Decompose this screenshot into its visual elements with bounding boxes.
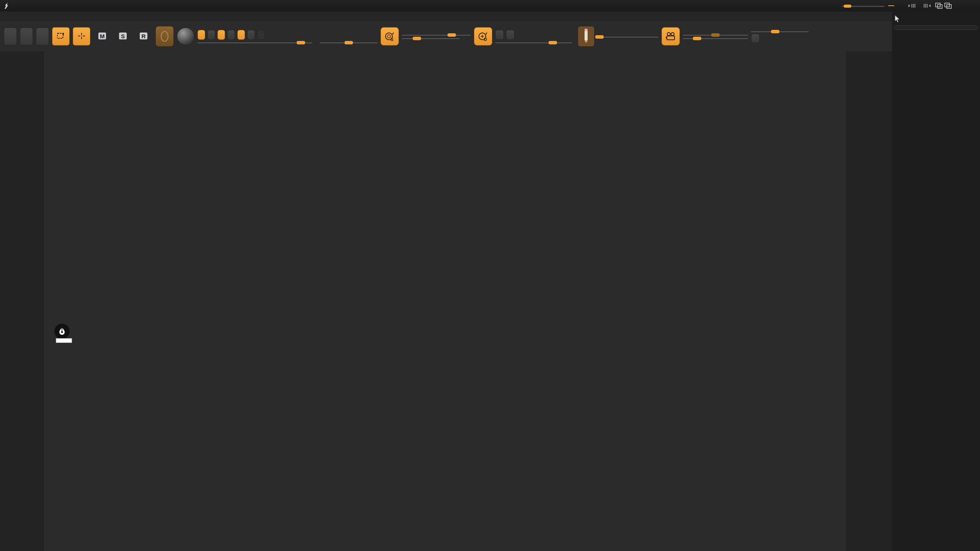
- tool-palette: [892, 11, 980, 551]
- left-tray: [0, 51, 44, 551]
- edit-button[interactable]: [52, 27, 70, 46]
- a-button[interactable]: [198, 30, 205, 40]
- draw-size-slider[interactable]: [402, 37, 459, 39]
- canvas-area[interactable]: [44, 51, 846, 515]
- quicksave-button[interactable]: [832, 5, 838, 6]
- material-preview-sphere[interactable]: [177, 28, 194, 45]
- scale-button[interactable]: S: [114, 27, 132, 46]
- z-intensity-slider[interactable]: [320, 41, 377, 43]
- movie-camera-icon: [665, 31, 676, 41]
- menu-bar: [0, 11, 892, 21]
- draw-button[interactable]: [73, 27, 90, 46]
- angle-of-view-slider[interactable]: [683, 34, 748, 36]
- arrow-cursor-icon: [894, 15, 900, 23]
- scale-s-icon: S: [119, 33, 127, 39]
- menus-button[interactable]: [888, 5, 894, 6]
- edit-marquee-icon: [57, 33, 65, 39]
- see-through-slider[interactable]: [842, 5, 884, 7]
- m-button[interactable]: [227, 30, 235, 40]
- mrgb-button[interactable]: [207, 30, 215, 40]
- default-zscript-button[interactable]: [898, 5, 904, 6]
- adjust-last-icon: D: [477, 31, 489, 42]
- shelf-toggle-icons[interactable]: [908, 3, 931, 9]
- pen-nib-icon[interactable]: [54, 324, 70, 339]
- tool-group-box: [894, 25, 978, 30]
- zbrush-logo-icon: [3, 2, 10, 10]
- adjust-last-slider[interactable]: [495, 41, 572, 43]
- objshadow-slider[interactable]: [751, 30, 808, 32]
- zsub-button[interactable]: [247, 30, 255, 40]
- field-of-view-slider[interactable]: [683, 37, 748, 39]
- adjust-last-icon-button[interactable]: D: [474, 27, 492, 46]
- replay-last-button[interactable]: [495, 30, 504, 40]
- title-bar: [0, 0, 980, 11]
- brush-preview[interactable]: [155, 26, 174, 47]
- rotate-r-icon: R: [140, 33, 147, 39]
- window-cascade-icons[interactable]: [935, 2, 952, 9]
- svg-text:S: S: [390, 37, 393, 42]
- focal-shift-slider[interactable]: [402, 34, 471, 36]
- replay-last-rel-button[interactable]: [506, 30, 514, 40]
- rgb-intensity-slider[interactable]: [198, 41, 312, 43]
- camera-icon-button[interactable]: [662, 27, 680, 46]
- rgb-button[interactable]: [217, 30, 225, 40]
- rotate-button[interactable]: R: [135, 27, 152, 46]
- ac-button[interactable]: [822, 5, 828, 6]
- right-shelf: [846, 51, 892, 551]
- bottom-shelf: [44, 515, 846, 551]
- deepshadow-button[interactable]: [751, 34, 760, 43]
- zadd-button[interactable]: [237, 30, 245, 40]
- home-page-button[interactable]: [4, 28, 17, 45]
- draw-size-icon: S: [384, 31, 395, 42]
- svg-text:D: D: [484, 37, 487, 42]
- brush-alpha-icon: [160, 30, 170, 43]
- annotation-toolbar[interactable]: [56, 338, 72, 343]
- live-boolean-button[interactable]: [36, 28, 49, 45]
- zcut-button[interactable]: [257, 30, 265, 40]
- lazy-mouse-button[interactable]: [578, 26, 594, 46]
- gravity-strength-slider[interactable]: [597, 36, 658, 37]
- top-shelf: M S R S: [0, 21, 892, 51]
- draw-size-icon-button[interactable]: S: [381, 27, 399, 46]
- draw-crosshair-icon: [78, 33, 85, 39]
- pencil-icon: [583, 28, 589, 45]
- lightbox-button[interactable]: [20, 28, 33, 45]
- move-button[interactable]: M: [93, 27, 111, 46]
- move-m-icon: M: [98, 33, 106, 39]
